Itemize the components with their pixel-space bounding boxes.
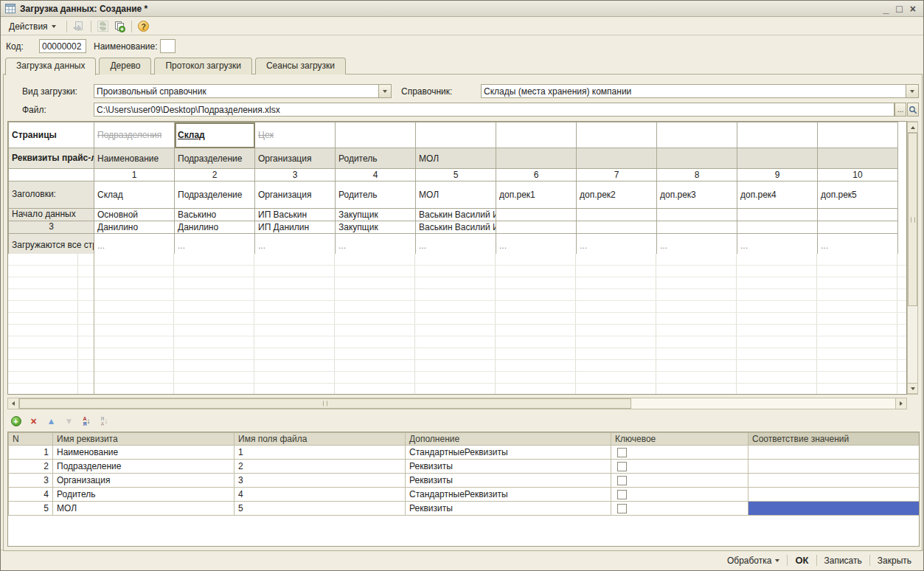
key-checkbox[interactable] <box>617 490 627 499</box>
tab-load-data[interactable]: Загрузка данных <box>5 58 96 75</box>
cell-field[interactable]: 4 <box>235 488 406 502</box>
pages-row-label[interactable]: Страницы <box>9 122 94 148</box>
header-value-cell[interactable]: доп.рек4 <box>737 181 818 209</box>
cell-attr[interactable]: Родитель <box>53 488 235 502</box>
header-value-cell[interactable]: Организация <box>255 181 336 209</box>
data-cell[interactable] <box>737 221 818 234</box>
scroll-right-button[interactable] <box>895 398 906 409</box>
data-cell[interactable] <box>496 209 577 221</box>
attr-header-cell[interactable]: Организация <box>255 148 336 169</box>
name-input[interactable] <box>160 39 176 53</box>
attr-header-cell[interactable] <box>577 148 657 169</box>
data-cell[interactable]: Васькин Василий И <box>416 221 496 234</box>
headers-row-label[interactable]: Заголовки: <box>9 181 94 209</box>
column-number[interactable]: 9 <box>737 169 818 181</box>
column-number[interactable]: 8 <box>657 169 737 181</box>
cell-n[interactable]: 2 <box>9 460 53 474</box>
data-cell[interactable]: Основной <box>94 209 175 221</box>
move-up-button[interactable]: ▲ <box>45 415 58 428</box>
cell-attr[interactable]: Наименование <box>53 446 235 460</box>
code-input[interactable]: 00000002 <box>39 39 86 53</box>
cell-match[interactable] <box>748 488 920 502</box>
data-cell[interactable] <box>496 221 577 234</box>
header-value-cell[interactable]: доп.рек5 <box>818 181 898 209</box>
ok-button[interactable]: ОК <box>788 552 816 569</box>
data-cell[interactable] <box>818 221 898 234</box>
delete-row-button[interactable]: × <box>27 415 40 428</box>
column-number[interactable]: 5 <box>416 169 496 181</box>
data-cell[interactable]: Васькин Василий И <box>416 209 496 221</box>
reread-button[interactable] <box>72 20 86 33</box>
cell-field[interactable]: 5 <box>235 502 406 516</box>
catalog-combobox[interactable]: Склады (места хранения) компании <box>481 84 919 98</box>
cell-n[interactable]: 5 <box>9 502 53 516</box>
key-checkbox[interactable] <box>617 504 627 513</box>
sheet-cell-active[interactable]: Склад <box>175 122 255 148</box>
data-cell[interactable]: Данилино <box>94 221 175 234</box>
key-checkbox[interactable] <box>617 476 627 485</box>
data-cell[interactable]: Закупщик <box>336 209 416 221</box>
column-number[interactable]: 1 <box>94 169 175 181</box>
data-start-row-label[interactable]: Начало данных <box>9 209 94 221</box>
data-cell[interactable]: Васькино <box>175 209 255 221</box>
column-number[interactable]: 2 <box>175 169 255 181</box>
grid-cell[interactable] <box>737 122 818 148</box>
cell-extra[interactable]: СтандартныеРеквизиты <box>406 446 611 460</box>
data-cell[interactable] <box>657 221 737 234</box>
data-cell[interactable] <box>577 209 657 221</box>
grid-vertical-scrollbar[interactable] <box>907 121 918 395</box>
grid-horizontal-scrollbar[interactable] <box>7 398 907 409</box>
sheet-cell[interactable]: Подразделения <box>94 122 175 148</box>
grid-cell[interactable] <box>577 122 657 148</box>
cell-n[interactable]: 1 <box>9 446 53 460</box>
header-value-cell[interactable]: доп.рек3 <box>657 181 737 209</box>
tab-load-sessions[interactable]: Сеансы загрузки <box>255 58 346 75</box>
tab-load-protocol[interactable]: Протокол загрузки <box>154 58 251 75</box>
grid-empty-area[interactable] <box>8 254 907 395</box>
attr-header-cell[interactable]: Подразделение <box>175 148 255 169</box>
help-button[interactable]: ? <box>137 20 150 33</box>
column-number[interactable]: 4 <box>336 169 416 181</box>
grid-cell[interactable] <box>496 122 577 148</box>
write-button[interactable]: Записать <box>817 553 869 569</box>
process-menu-button[interactable]: Обработка <box>720 553 788 569</box>
scroll-down-button[interactable] <box>908 383 917 394</box>
attr-header-cell[interactable] <box>737 148 818 169</box>
file-search-button[interactable] <box>907 103 919 117</box>
attr-header-cell[interactable] <box>496 148 577 169</box>
close-form-button[interactable]: Закрыть <box>870 553 919 569</box>
column-number[interactable]: 6 <box>496 169 577 181</box>
cell-key[interactable] <box>611 474 748 488</box>
close-button[interactable]: × <box>910 4 916 14</box>
vertical-scroll-thumb[interactable] <box>908 133 917 306</box>
cell-extra[interactable]: Реквизиты <box>406 460 611 474</box>
header-value-cell[interactable]: Подразделение <box>175 181 255 209</box>
data-cell[interactable]: ИП Васькин <box>255 209 336 221</box>
sort-descending-button[interactable]: ЯА ↓ <box>98 415 111 428</box>
cell-extra[interactable]: СтандартныеРеквизиты <box>406 488 611 502</box>
copy-new-button[interactable] <box>113 20 126 33</box>
grid-cell[interactable] <box>416 122 496 148</box>
tab-tree[interactable]: Дерево <box>99 58 151 75</box>
sheet-cell[interactable]: Цех <box>255 122 336 148</box>
cell-match[interactable] <box>748 446 920 460</box>
cell-extra[interactable]: Реквизиты <box>406 474 611 488</box>
data-cell[interactable]: Данилино <box>175 221 255 234</box>
header-value-cell[interactable]: Склад <box>94 181 175 209</box>
move-down-button[interactable]: ▼ <box>63 415 75 428</box>
cell-n[interactable]: 4 <box>9 488 53 502</box>
key-checkbox[interactable] <box>617 462 627 471</box>
scroll-left-button[interactable] <box>8 398 19 409</box>
cell-match-selected[interactable] <box>748 502 920 516</box>
data-cell[interactable] <box>737 209 818 221</box>
column-number[interactable]: 7 <box>577 169 657 181</box>
catalog-dropdown-button[interactable] <box>906 85 918 97</box>
cell-match[interactable] <box>748 460 920 474</box>
column-number[interactable]: 3 <box>255 169 336 181</box>
cell-extra[interactable]: Реквизиты <box>406 502 611 516</box>
scroll-up-button[interactable] <box>908 122 917 133</box>
column-number[interactable]: 10 <box>818 169 898 181</box>
load-type-dropdown-button[interactable] <box>378 85 391 97</box>
attr-header-cell[interactable] <box>818 148 898 169</box>
minimize-button[interactable]: _ <box>883 4 889 14</box>
